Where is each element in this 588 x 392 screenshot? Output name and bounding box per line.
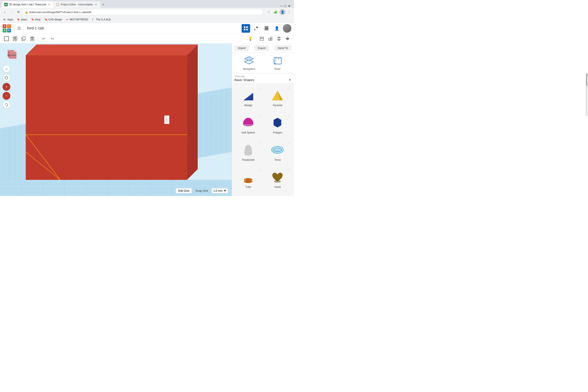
polygon-icon [270,115,285,130]
polygon-favorite-icon[interactable]: ☆ [287,114,290,117]
zoom-out-button[interactable]: − [2,92,10,100]
tab-favicon-instructables: 📋 [56,3,59,6]
paste-icon [13,36,17,41]
bookmark-hamb-label: The H.A.M.B. [96,18,111,21]
svg-rect-22 [32,38,32,40]
snap-grid-select[interactable]: 1.0 mm ▼ [212,188,228,194]
svg-point-150 [5,76,8,79]
close-button[interactable]: ✕ [288,4,290,8]
zoom-in-button[interactable]: + [2,83,10,91]
shape-half-sphere[interactable]: ☆ Half Sphere [234,112,263,140]
svg-marker-155 [6,106,7,107]
bookmark-ebay[interactable]: 🔖 ebay [30,18,42,22]
tab-instructables[interactable]: 📋 Project Editor - Instructables ✕ [53,1,100,8]
svg-rect-27 [270,37,272,38]
viewport-cube[interactable]: LEFT FRONT TOP [4,47,18,62]
menu-icon[interactable]: ☰ [18,26,21,31]
grid-view-button[interactable] [242,24,250,33]
edit-grid-button[interactable]: Edit Grid [176,188,192,194]
build-button[interactable] [252,24,260,33]
torus-favorite-icon[interactable]: ☆ [287,141,290,145]
profile-avatar[interactable] [283,24,292,33]
tube-favorite-icon[interactable]: ☆ [258,168,261,172]
paraboloid-favorite-icon[interactable]: ☆ [258,141,261,145]
bookmark-seton[interactable]: 🔖 seton [15,18,29,22]
export-button[interactable]: Export [254,45,269,51]
shape-polygon[interactable]: ☆ Polygon [263,112,292,140]
svg-rect-23 [33,38,33,40]
svg-rect-1 [246,26,248,28]
svg-rect-17 [22,37,25,40]
svg-rect-6 [264,26,268,28]
category-select[interactable]: Basic Shapes ▼ [234,78,292,82]
back-button[interactable]: ‹ [2,9,8,15]
pyramid-favorite-icon[interactable]: ☆ [287,86,290,90]
half-sphere-icon [241,115,256,130]
duplicate-button[interactable] [20,35,28,42]
send-to-button[interactable]: Send To [274,45,292,51]
menu-button[interactable]: ⋮ [286,9,292,15]
hint-button[interactable]: 💡 [246,35,254,42]
cad-icon: 🔖 [44,18,48,21]
delete-button[interactable] [28,35,36,42]
bookmark-motortrend[interactable]: 🏎 MOTORTREND [64,18,90,22]
snap-grid-value: 1.0 mm [214,189,223,192]
forward-button[interactable]: › [8,9,14,15]
snap-grid-dropdown-icon: ▼ [224,189,226,192]
mirror-button[interactable] [284,35,292,42]
redo-button[interactable]: ↪ [48,35,56,42]
bookmark-cad[interactable]: 🔖 CAD design [43,18,64,22]
address-bar[interactable]: 🔒 tinkercad.com/things/ltNPTvPowcJ-ford-… [22,9,263,15]
shape-heart[interactable]: ☆ Heart [263,167,292,194]
ruler-tool[interactable]: Ruler [272,56,283,70]
bookmark-apps[interactable]: ⊞ Apps [2,18,15,22]
shape-category[interactable]: Tinkercad Basic Shapes ▼ [232,73,294,84]
rotate-button[interactable] [2,101,10,109]
paste-button[interactable] [11,35,19,42]
maximize-button[interactable]: □ [284,4,286,8]
half-sphere-favorite-icon[interactable]: ☆ [258,114,261,117]
align-vertical-button[interactable] [275,35,283,42]
address-text: tinkercad.com/things/ltNPTvPowcJ-ford-c-… [30,10,261,14]
tab-close-instructables[interactable]: ✕ [94,3,98,6]
reload-button[interactable]: ↻ [16,9,22,15]
shape-torus[interactable]: ☆ Torus [263,140,292,167]
workplane-tool[interactable]: Workplane [243,56,255,70]
panel-collapse-button[interactable]: › [164,116,169,124]
shape-pyramid[interactable]: ☆ Pyramid [263,85,292,112]
undo-button[interactable]: ↩ [40,35,48,42]
group-button[interactable] [266,35,274,42]
heart-favorite-icon[interactable]: ☆ [287,168,290,172]
add-user-button[interactable]: 👤 [272,24,281,33]
new-shape-button[interactable] [2,35,10,42]
home-view-button[interactable]: ⌂ [2,65,10,73]
fit-view-button[interactable] [2,74,10,82]
browser-controls: ‹ › ↻ 🔒 tinkercad.com/things/ltNPTvPowcJ… [0,8,294,16]
header-divider-2 [24,25,24,32]
layers-button[interactable] [262,24,271,33]
bookmark-motortrend-label: MOTORTREND [70,18,88,21]
cube-orientation-svg: LEFT FRONT TOP [4,47,18,62]
heart-label: Heart [274,186,281,188]
extensions-button[interactable]: 🧩 [272,9,278,15]
shape-tube[interactable]: ☆ Tube [234,167,263,194]
shape-paraboloid[interactable]: ☆ Paraboloid [234,140,263,167]
ruler-label: Ruler [274,68,281,70]
tab-close-tinkercad[interactable]: ✕ [47,3,51,6]
svg-rect-21 [32,38,32,40]
tab-bar: 66 3D design ford c cab | Tinkercad ✕ 📋 … [0,0,294,8]
new-tab-button[interactable]: + [100,2,106,8]
bookmark-button[interactable]: ☆ [266,9,272,15]
import-button[interactable]: Import [234,45,249,51]
shape-wedge[interactable]: ☆ Wedge [234,85,263,112]
minimize-button[interactable]: ─ [281,4,283,8]
align-icon [260,36,264,41]
align-button[interactable] [258,35,266,42]
wedge-favorite-icon[interactable]: ☆ [258,86,261,90]
profile-button[interactable]: 👤 [280,9,286,15]
bookmark-hamb[interactable]: J The H.A.M.B. [90,18,113,22]
shapes-grid: ☆ Wedge ☆ [232,84,294,196]
tab-tinkercad[interactable]: 66 3D design ford c cab | Tinkercad ✕ [2,1,53,8]
grid-view-icon [243,26,248,31]
canvas-area[interactable]: LEFT FRONT TOP ⌂ + − [0,44,232,196]
